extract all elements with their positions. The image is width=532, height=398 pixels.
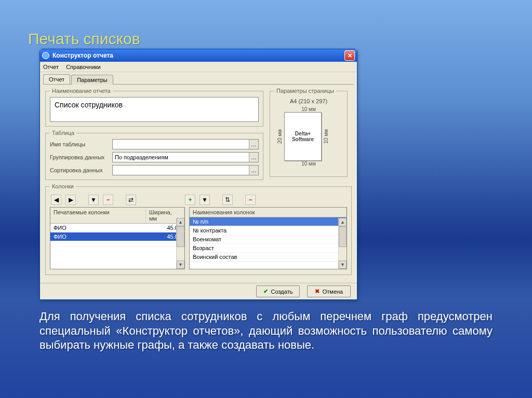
combo-group-by[interactable]: По подразделениям … <box>112 152 259 162</box>
browse-icon[interactable]: … <box>249 140 258 149</box>
check-icon: ✔ <box>263 288 268 295</box>
move-down-icon[interactable]: ▼ <box>88 195 99 205</box>
grid-printed-columns[interactable]: Печатаемые колонки Ширина, мм ФИО 45.00 … <box>50 207 185 269</box>
combo-table-name[interactable]: … <box>112 139 259 149</box>
move-right-icon[interactable]: ▶ <box>65 195 76 205</box>
margin-right-label: 10 мм <box>322 129 330 144</box>
list-item[interactable]: Военкомат <box>190 235 347 244</box>
tabs: Отчет Параметры <box>40 72 357 84</box>
table-row[interactable]: ФИО 45.00 <box>50 224 184 232</box>
scroll-up-icon[interactable]: ▲ <box>177 218 184 226</box>
label-table-name: Имя таблицы <box>50 141 112 147</box>
slide-title: Печать списков <box>28 30 140 48</box>
legend-table: Таблица <box>50 130 76 136</box>
slide-description: Для получения списка сотрудников с любым… <box>39 309 493 352</box>
scroll-thumb[interactable] <box>177 226 184 247</box>
scroll-down-icon[interactable]: ▼ <box>177 260 184 269</box>
close-button[interactable]: ✕ <box>344 50 355 61</box>
table-row[interactable]: ФИО 45.00 <box>50 232 184 241</box>
menu-references[interactable]: Справочники <box>66 64 101 70</box>
browse-icon[interactable]: … <box>249 166 258 175</box>
tab-params[interactable]: Параметры <box>71 75 113 85</box>
header-col-name: Печатаемые колонки <box>50 208 146 223</box>
list-item[interactable]: № контракта <box>190 226 347 235</box>
legend-columns: Колонки <box>50 183 76 189</box>
browse-icon[interactable]: … <box>249 153 258 162</box>
paper-size: А4 (210 x 297) <box>274 98 343 104</box>
scrollbar[interactable]: ▲ ▼ <box>176 218 184 269</box>
scroll-up-icon[interactable]: ▲ <box>339 218 347 226</box>
toolbar-right: + ▼ ⇅ − <box>184 193 257 207</box>
scroll-down-icon[interactable]: ▼ <box>339 260 347 269</box>
report-name-input[interactable]: Список сотрудников <box>50 97 259 122</box>
page-preview: 10 мм 20 мм Delta+ Software 10 мм 10 мм <box>275 106 342 167</box>
label-group-by: Группировка данных <box>50 154 112 160</box>
titlebar: Конструктор отчета ✕ <box>40 49 357 62</box>
app-icon <box>42 52 49 59</box>
header-col-names: Наименования колонок <box>190 208 347 217</box>
swap-icon[interactable]: ⇄ <box>126 195 136 205</box>
move-left-icon[interactable]: ◀ <box>51 195 61 205</box>
move-down-icon[interactable]: ▼ <box>200 195 210 205</box>
tab-panel: Наименование отчета Список сотрудников Т… <box>43 84 354 281</box>
scroll-thumb[interactable] <box>339 226 347 247</box>
dialog-footer: ✔ Создать ✖ Отмена <box>40 283 357 299</box>
scrollbar[interactable]: ▲ ▼ <box>338 218 347 269</box>
margin-bottom-label: 10 мм <box>275 161 342 167</box>
toolbar-left: ◀ ▶ ▼ − ⇄ <box>50 193 137 207</box>
fieldset-page-params: Параметры страницы А4 (210 x 297) 10 мм … <box>270 88 348 177</box>
close-icon: ✖ <box>315 288 320 295</box>
fieldset-columns: Колонки ◀ ▶ ▼ − ⇄ + ▼ ⇅ <box>45 183 352 275</box>
menu-report[interactable]: Отчет <box>43 64 59 70</box>
list-item[interactable]: № n/n <box>190 217 347 226</box>
tab-report[interactable]: Отчет <box>43 74 70 84</box>
remove-icon[interactable]: − <box>245 195 256 205</box>
create-button[interactable]: ✔ Создать <box>256 285 300 297</box>
page-sheet: Delta+ Software <box>284 112 322 161</box>
add-icon[interactable]: + <box>185 195 195 205</box>
dialog-window: Конструктор отчета ✕ Отчет Справочники О… <box>39 49 357 300</box>
legend-page-params: Параметры страницы <box>274 88 336 94</box>
grid-column-names[interactable]: Наименования колонок № n/n № контракта В… <box>189 207 347 269</box>
fieldset-table: Таблица Имя таблицы … Группировка данных… <box>45 130 263 180</box>
window-title: Конструктор отчета <box>52 52 344 59</box>
fieldset-report-name: Наименование отчета Список сотрудников <box>45 88 263 127</box>
copy-icon[interactable]: ⇅ <box>222 195 233 205</box>
remove-icon[interactable]: − <box>103 195 113 205</box>
menubar: Отчет Справочники <box>40 62 357 72</box>
margin-top-label: 10 мм <box>275 106 342 112</box>
label-sort-by: Сортировка данных <box>50 167 112 173</box>
list-item[interactable]: Воинский состав <box>190 253 347 262</box>
combo-sort-by[interactable]: … <box>112 165 259 175</box>
legend-report-name: Наименование отчета <box>50 88 113 94</box>
margin-left-label: 20 мм <box>275 129 284 144</box>
list-item[interactable]: Возраст <box>190 244 347 253</box>
cancel-button[interactable]: ✖ Отмена <box>307 285 351 297</box>
